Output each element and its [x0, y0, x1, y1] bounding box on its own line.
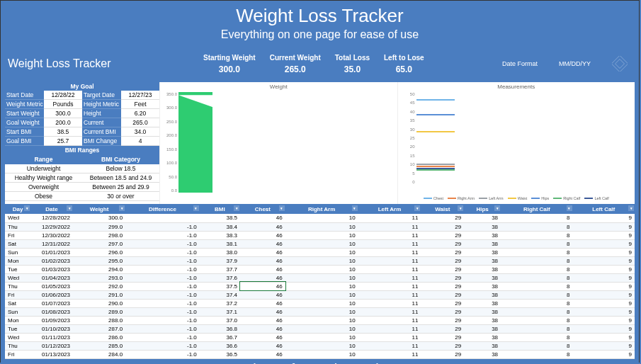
- cell[interactable]: -1.0: [125, 282, 200, 290]
- cell[interactable]: 8: [501, 265, 572, 273]
- cell[interactable]: 298.0: [73, 231, 125, 239]
- cell[interactable]: 10: [285, 341, 358, 350]
- cell[interactable]: 8: [501, 350, 572, 358]
- cell[interactable]: -1.0: [125, 350, 200, 358]
- chart-weight[interactable]: Weight 350.0300.0250.0200.0150.0100.050.…: [159, 82, 397, 204]
- table-row[interactable]: Fri01/06/2023291.0-1.037.4461011293889: [5, 290, 635, 299]
- cell[interactable]: 9: [573, 248, 635, 256]
- cell[interactable]: Sun: [5, 248, 30, 256]
- cell[interactable]: 46: [240, 282, 285, 290]
- cell[interactable]: 10: [285, 282, 358, 290]
- cell[interactable]: 10: [285, 231, 358, 239]
- cell[interactable]: 9: [573, 307, 635, 316]
- cell[interactable]: 10: [285, 350, 358, 358]
- cell[interactable]: 9: [573, 333, 635, 341]
- filter-icon[interactable]: ▾: [67, 205, 72, 211]
- cell[interactable]: 01/06/2023: [30, 290, 73, 299]
- cell[interactable]: 9: [573, 316, 635, 324]
- cell[interactable]: Mon: [5, 316, 30, 324]
- cell[interactable]: 36.6: [200, 341, 240, 350]
- cell[interactable]: 9: [573, 265, 635, 273]
- cell[interactable]: 292.0: [73, 282, 125, 290]
- cell[interactable]: 11: [358, 324, 421, 333]
- cell[interactable]: 46: [240, 273, 285, 282]
- cell[interactable]: 29: [421, 222, 464, 231]
- cell[interactable]: 8: [501, 324, 572, 333]
- table-row[interactable]: Mon01/09/2023288.0-1.037.0461011293889: [5, 316, 635, 324]
- cell[interactable]: 38.1: [200, 239, 240, 248]
- cell[interactable]: 11: [358, 273, 421, 282]
- cell[interactable]: -1.0: [125, 341, 200, 350]
- cell[interactable]: -1.0: [125, 265, 200, 273]
- cell[interactable]: 11: [358, 214, 421, 222]
- cell[interactable]: 38: [464, 222, 501, 231]
- cell[interactable]: 46: [240, 333, 285, 341]
- cell[interactable]: 293.0: [73, 273, 125, 282]
- cell[interactable]: 10: [285, 222, 358, 231]
- cell[interactable]: 11: [358, 333, 421, 341]
- cell[interactable]: 36.5: [200, 350, 240, 358]
- cell[interactable]: 10: [285, 265, 358, 273]
- cell[interactable]: 38: [464, 231, 501, 239]
- filter-icon[interactable]: ▾: [458, 205, 463, 211]
- cell[interactable]: 300.0: [73, 214, 125, 222]
- cell[interactable]: 01/04/2023: [30, 273, 73, 282]
- cell[interactable]: 10: [285, 248, 358, 256]
- cell[interactable]: 289.0: [73, 307, 125, 316]
- cell[interactable]: 38: [464, 324, 501, 333]
- cell[interactable]: 38.5: [200, 214, 240, 222]
- col-header[interactable]: Date▾: [30, 204, 73, 214]
- cell[interactable]: 9: [573, 214, 635, 222]
- cell[interactable]: 46: [240, 290, 285, 299]
- cell[interactable]: 37.2: [200, 299, 240, 307]
- cell[interactable]: -1.0: [125, 222, 200, 231]
- cell[interactable]: 10: [285, 290, 358, 299]
- cell[interactable]: 38: [464, 341, 501, 350]
- cell[interactable]: 8: [501, 214, 572, 222]
- filter-icon[interactable]: ▾: [279, 205, 285, 211]
- table-row[interactable]: Thu01/05/2023292.0-1.037.5461011293889: [5, 282, 635, 290]
- cell[interactable]: 8: [501, 248, 572, 256]
- cell[interactable]: Fri: [5, 231, 30, 239]
- table-row[interactable]: Sat01/07/2023290.0-1.037.2461011293889: [5, 299, 635, 307]
- cell[interactable]: 11: [358, 222, 421, 231]
- cell[interactable]: 12/29/2022: [30, 222, 73, 231]
- cell[interactable]: 11: [358, 307, 421, 316]
- cell[interactable]: Mon: [5, 256, 30, 265]
- goal-value[interactable]: Feet: [121, 100, 159, 109]
- cell[interactable]: 38: [464, 248, 501, 256]
- chart-measurements[interactable]: Measurements 50454035302520151050 ChestR…: [397, 82, 635, 204]
- cell[interactable]: 8: [501, 290, 572, 299]
- col-header[interactable]: Difference▾: [125, 204, 200, 214]
- cell[interactable]: 29: [421, 248, 464, 256]
- col-header[interactable]: Right Arm▾: [285, 204, 358, 214]
- cell[interactable]: -1.0: [125, 273, 200, 282]
- table-row[interactable]: Tue01/03/2023294.0-1.037.7461011293889: [5, 265, 635, 273]
- cell[interactable]: 38: [464, 299, 501, 307]
- cell[interactable]: 11: [358, 350, 421, 358]
- cell[interactable]: 11: [358, 299, 421, 307]
- cell[interactable]: 01/12/2023: [30, 341, 73, 350]
- cell[interactable]: 8: [501, 341, 572, 350]
- cell[interactable]: 9: [573, 350, 635, 358]
- filter-icon[interactable]: ▾: [119, 205, 125, 211]
- filter-icon[interactable]: ▾: [494, 205, 500, 211]
- cell[interactable]: -1.0: [125, 324, 200, 333]
- cell[interactable]: 37.0: [200, 316, 240, 324]
- cell[interactable]: 46: [240, 341, 285, 350]
- cell[interactable]: 11: [358, 316, 421, 324]
- cell[interactable]: -1.0: [125, 333, 200, 341]
- cell[interactable]: 01/03/2023: [30, 265, 73, 273]
- goal-value[interactable]: 12/27/23: [121, 91, 159, 100]
- cell[interactable]: 01/09/2023: [30, 316, 73, 324]
- cell[interactable]: 8: [501, 239, 572, 248]
- cell[interactable]: Tue: [5, 324, 30, 333]
- cell[interactable]: 11: [358, 265, 421, 273]
- cell[interactable]: 9: [573, 239, 635, 248]
- cell[interactable]: 01/01/2023: [30, 248, 73, 256]
- cell[interactable]: 296.0: [73, 248, 125, 256]
- cell[interactable]: 12/31/2022: [30, 239, 73, 248]
- cell[interactable]: 38: [464, 282, 501, 290]
- worksheet[interactable]: Weight Loss Tracker Starting Weight 300.…: [5, 45, 635, 359]
- cell[interactable]: 29: [421, 333, 464, 341]
